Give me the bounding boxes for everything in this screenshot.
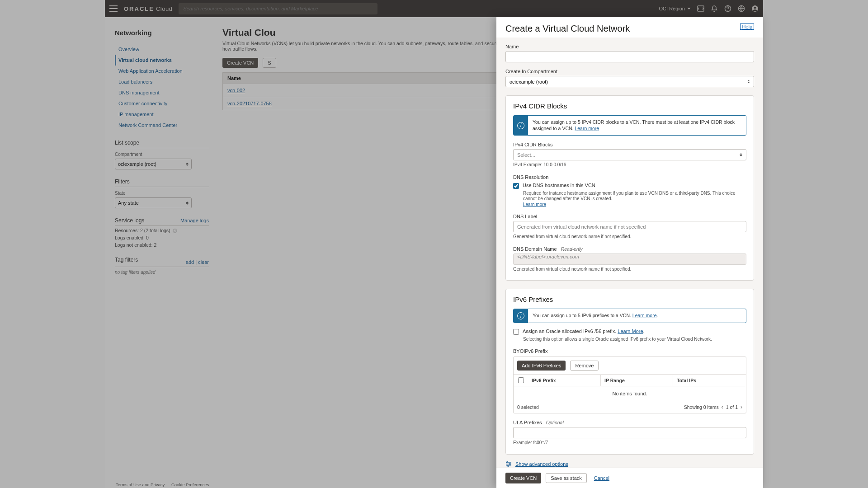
byoipv6-label: BYOIPv6 Prefix	[513, 348, 746, 354]
ipv6-heading: IPv6 Prefixes	[513, 296, 746, 303]
dns-domain-help: Generated from virtual cloud network nam…	[513, 267, 746, 272]
dialog-footer: Create VCN Save as stack Cancel	[496, 468, 763, 488]
name-input[interactable]	[505, 51, 754, 62]
page-prev-icon[interactable]: ‹	[722, 404, 723, 410]
info-icon: i	[514, 309, 528, 323]
ipv4-heading: IPv4 CIDR Blocks	[513, 102, 746, 110]
showing-count: Showing 0 items	[684, 404, 719, 410]
select-all-checkbox[interactable]	[518, 377, 524, 383]
show-advanced-link[interactable]: Show advanced options	[515, 461, 568, 467]
ipv4-learn-more-link[interactable]: Learn more	[575, 126, 599, 131]
ipv6-learn-more-link[interactable]: Learn more	[632, 313, 657, 318]
info-icon: i	[514, 116, 528, 135]
add-ipv6-prefixes-button[interactable]: Add IPv6 Prefixes	[517, 361, 566, 371]
ipv6-card: IPv6 Prefixes i You can assign up to 5 I…	[505, 289, 754, 455]
dns-label-help: Generated from virtual cloud network nam…	[513, 234, 746, 240]
assign-ipv6-checkbox[interactable]	[513, 329, 519, 335]
dialog-title: Create a Virtual Cloud Network	[505, 23, 630, 34]
byoipv6-toolbar: Add IPv6 Prefixes Remove	[514, 357, 746, 374]
dns-domain-label: DNS Domain Name	[513, 246, 557, 252]
name-label: Name	[505, 44, 754, 49]
dialog-header: Create a Virtual Cloud Network Help	[496, 17, 763, 38]
dns-domain-label-row: DNS Domain Name Read-only	[513, 246, 746, 252]
dns-hostnames-label: Use DNS hostnames in this VCN	[523, 183, 595, 188]
sliders-icon	[505, 461, 512, 467]
select-handle-icon	[747, 80, 750, 83]
byoipv6-box: Add IPv6 Prefixes Remove IPv6 Prefix IP …	[513, 357, 746, 413]
assign-ipv6-check-row[interactable]: Assign an Oracle allocated IPv6 /56 pref…	[513, 328, 746, 335]
ipv4-info-banner: i You can assign up to 5 IPv4 CIDR block…	[513, 115, 746, 136]
ipv4-blocks-placeholder: Select...	[517, 152, 535, 158]
cancel-link[interactable]: Cancel	[594, 475, 609, 481]
dns-hostnames-checkbox[interactable]	[513, 183, 519, 189]
assign-ipv6-learn-more[interactable]: Learn More	[618, 328, 643, 334]
dns-hostnames-help: Required for instance hostname assignmen…	[523, 191, 746, 208]
svg-point-12	[508, 465, 509, 467]
ipv4-info-text: You can assign up to 5 IPv4 CIDR blocks …	[528, 116, 746, 135]
compartment-value: ociexample (root)	[509, 79, 548, 84]
dns-learn-more-link[interactable]: Learn more	[523, 202, 546, 207]
ula-example: Example: fc00::/7	[513, 440, 746, 446]
ula-prefixes-label: ULA Prefixes	[513, 420, 542, 425]
create-vcn-dialog: Create a Virtual Cloud Network Help Name…	[496, 17, 763, 488]
prefix-select-all[interactable]	[514, 375, 528, 386]
dialog-body: Name Create In Compartment ociexample (r…	[496, 38, 763, 468]
col-ip-range: IP Range	[600, 375, 673, 386]
assign-ipv6-help: Selecting this option allows a single Or…	[523, 337, 746, 343]
compartment-label: Create In Compartment	[505, 69, 754, 74]
compartment-select[interactable]: ociexample (root)	[505, 76, 754, 87]
dns-resolution-label: DNS Resolution	[513, 174, 746, 180]
create-vcn-submit-button[interactable]: Create VCN	[505, 473, 541, 483]
ipv4-card: IPv4 CIDR Blocks i You can assign up to …	[505, 95, 754, 281]
optional-tag: Optional	[546, 420, 564, 425]
svg-point-11	[509, 464, 511, 465]
svg-point-10	[507, 462, 508, 463]
page-next-icon[interactable]: ›	[741, 404, 742, 410]
col-ipv6-prefix: IPv6 Prefix	[528, 375, 600, 386]
col-total-ips: Total IPs	[673, 375, 746, 386]
dns-domain-input: <DNS-label>.oraclevcn.com	[513, 253, 746, 265]
ipv6-info-text: You can assign up to 5 IPv6 prefixes to …	[528, 309, 662, 323]
page-indicator: 1 of 1	[726, 404, 738, 410]
ipv4-blocks-select[interactable]: Select...	[513, 149, 746, 160]
assign-ipv6-label: Assign an Oracle allocated IPv6 /56 pref…	[523, 328, 645, 334]
save-as-stack-button[interactable]: Save as stack	[546, 473, 586, 483]
dns-hostnames-check-row[interactable]: Use DNS hostnames in this VCN	[513, 183, 746, 189]
pager: Showing 0 items ‹ 1 of 1 ›	[684, 404, 742, 410]
ipv4-blocks-label: IPv4 CIDR Blocks	[513, 142, 746, 147]
dns-label-input[interactable]	[513, 221, 746, 232]
advanced-options-row[interactable]: Show advanced options	[505, 461, 754, 467]
selected-count: 0 selected	[517, 404, 539, 410]
ipv6-info-banner: i You can assign up to 5 IPv6 prefixes t…	[513, 309, 746, 323]
readonly-tag: Read-only	[561, 246, 583, 252]
select-handle-icon	[740, 153, 742, 156]
prefix-table-header: IPv6 Prefix IP Range Total IPs	[514, 374, 746, 386]
ipv4-example: IPv4 Example: 10.0.0.0/16	[513, 162, 746, 168]
prefix-empty: No items found.	[514, 386, 746, 401]
prefix-table-footer: 0 selected Showing 0 items ‹ 1 of 1 ›	[514, 401, 746, 413]
ula-prefixes-input[interactable]	[513, 427, 746, 438]
dns-label-label: DNS Label	[513, 214, 746, 219]
help-link[interactable]: Help	[740, 23, 754, 30]
ula-label-row: ULA Prefixes Optional	[513, 420, 746, 425]
remove-ipv6-prefix-button[interactable]: Remove	[570, 361, 599, 371]
